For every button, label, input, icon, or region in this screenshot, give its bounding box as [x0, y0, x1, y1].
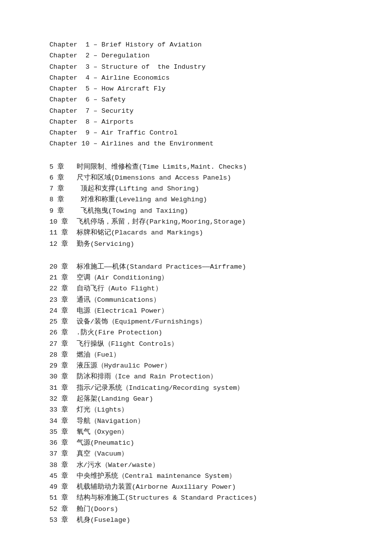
chapter-zh-line: 29 章 液压源（Hydraulic Power）	[49, 361, 343, 371]
chapter-zh-line: 30 章 防冰和排雨（Ice and Rain Protection）	[49, 371, 343, 382]
chapter-zh-line: 6 章 尺寸和区域(Dimensions and Access Panels)	[49, 173, 343, 184]
chapter-zh-line: 51 章 结构与标准施工(Structures & Standard Pract…	[49, 493, 343, 504]
chapter-en-line: Chapter 10 – Airlines and the Environmen…	[49, 139, 343, 149]
chapter-en-line: Chapter 2 – Deregulation	[49, 50, 343, 61]
chapter-zh-line: 35 章 氧气（Oxygen）	[49, 427, 343, 438]
chapter-zh-line: 20 章 标准施工——机体(Standard Practices——Airfra…	[49, 262, 343, 273]
chapter-zh-line: 7 章 顶起和支撑(Lifting and Shoring)	[49, 184, 343, 194]
zh-chapters-section-2: 20 章 标准施工——机体(Standard Practices——Airfra…	[49, 262, 343, 526]
chapter-zh-line: 5 章 时间限制、维修检查(Time Limits,Maint. Checks)	[49, 162, 343, 173]
chapter-zh-line: 26 章 .防火(Fire Protection)	[49, 327, 343, 338]
chapter-en-line: Chapter 5 – How Aircraft Fly	[49, 84, 343, 94]
chapter-zh-line: 11 章 标牌和铭记(Placards and Markings)	[49, 228, 343, 238]
chapter-zh-line: 23 章 通讯（Communications）	[49, 295, 343, 306]
chapter-zh-line: 22 章 自动飞行（Auto Flight）	[49, 283, 343, 294]
chapter-zh-line: 37 章 真空（Vacuum）	[49, 449, 343, 460]
english-chapters-section: Chapter 1 – Brief History of AviationCha…	[49, 40, 343, 150]
chapter-zh-line: 12 章 勤务(Servicing)	[49, 239, 343, 250]
chapter-zh-line: 8 章 对准和称重(Leveling and Weighing)	[49, 194, 343, 205]
chapter-zh-line: 27 章 飞行操纵（Flight Controls）	[49, 339, 343, 350]
chapter-en-line: Chapter 7 – Security	[49, 106, 343, 117]
chapter-en-line: Chapter 8 – Airports	[49, 117, 343, 128]
chapter-zh-line: 24 章 电源（Electrical Power）	[49, 306, 343, 317]
chapter-zh-line: 52 章 舱门(Doors)	[49, 504, 343, 515]
chapter-en-line: Chapter 1 – Brief History of Aviation	[49, 40, 343, 50]
zh-chapters-section-1: 5 章 时间限制、维修检查(Time Limits,Maint. Checks)…	[49, 162, 343, 250]
chapter-zh-line: 28 章 燃油（Fuel）	[49, 350, 343, 361]
chapter-en-line: Chapter 6 – Safety	[49, 94, 343, 105]
chapter-zh-line: 31 章 指示/记录系统（Indicating/Recording system…	[49, 383, 343, 394]
chapter-zh-line: 53 章 机身(Fuselage)	[49, 515, 343, 526]
chapter-zh-line: 38 章 水/污水（Water/waste）	[49, 460, 343, 471]
chapter-en-line: Chapter 4 – Airline Economics	[49, 73, 343, 84]
chapter-zh-line: 32 章 起落架(Landing Gear)	[49, 394, 343, 405]
chapter-zh-line: 21 章 空调（Air Conditioning）	[49, 273, 343, 283]
chapter-en-line: Chapter 3 – Structure of the Industry	[49, 62, 343, 73]
chapter-zh-line: 10 章 飞机停场，系留，封存(Parking,Mooring,Storage)	[49, 217, 343, 228]
chapter-zh-line: 25 章 设备/装饰（Equipment/Furnishings）	[49, 317, 343, 327]
chapter-zh-line: 33 章 灯光（Lights）	[49, 405, 343, 416]
chapter-zh-line: 45 章 中央维护系统（Central maintenance System）	[49, 471, 343, 482]
chapter-zh-line: 49 章 机载辅助动力装置(Airborne Auxiliary Power)	[49, 482, 343, 493]
chapter-zh-line: 36 章 气源(Pneumatic)	[49, 438, 343, 449]
chapter-en-line: Chapter 9 – Air Traffic Control	[49, 128, 343, 139]
chapter-zh-line: 9 章 飞机拖曳(Towing and Taxiing)	[49, 206, 343, 217]
chapter-zh-line: 34 章 导航（Navigation）	[49, 416, 343, 427]
